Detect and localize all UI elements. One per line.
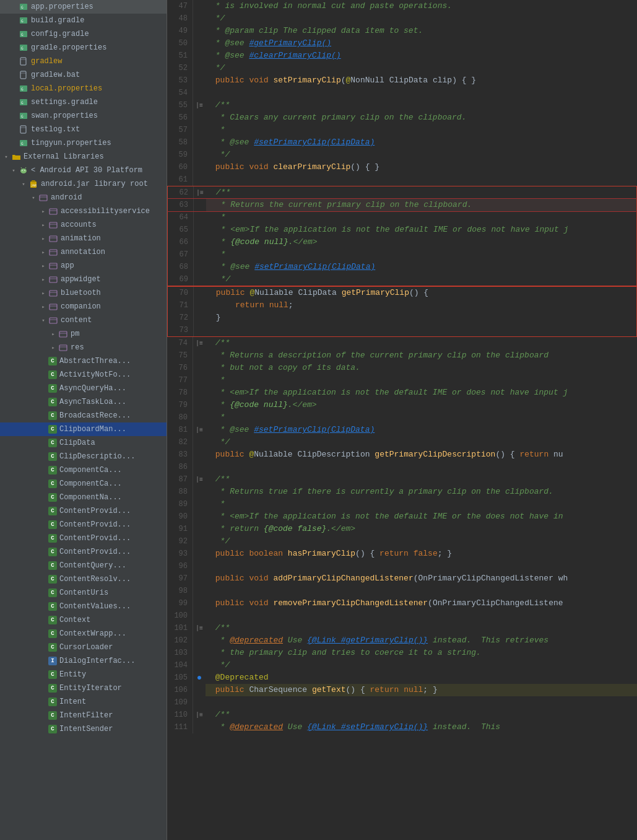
package-icon-app — [48, 261, 58, 271]
line-gutter-68 — [194, 261, 206, 273]
sidebar-item-intent-filter[interactable]: CIntentFilter — [0, 709, 167, 722]
sidebar-item-gradle-properties[interactable]: Ggradle.properties — [0, 41, 167, 55]
line-content-75: * Returns a description of the current p… — [206, 349, 637, 362]
package-icon-appwidget — [48, 274, 58, 284]
sidebar-label-content-provic1: ContentProvid... — [59, 507, 131, 515]
tree-arrow-component-ca1 — [40, 466, 47, 474]
sidebar-item-entity[interactable]: CEntity — [0, 668, 167, 681]
sidebar-item-content-values[interactable]: CContentValues... — [0, 600, 167, 613]
sidebar-item-build-gradle[interactable]: Gbuild.gradle — [0, 14, 167, 27]
class-icon-content-uris: C — [48, 588, 57, 597]
sidebar-item-gradlew[interactable]: gradlew — [0, 55, 167, 68]
sidebar-item-accessibilityservice[interactable]: accessibilityservice — [0, 204, 167, 218]
sidebar-item-clip-description[interactable]: CClipDescriptio... — [0, 450, 167, 463]
sidebar-item-swan-properties[interactable]: Gswan.properties — [0, 109, 167, 123]
line-number-93: 93 — [167, 548, 193, 560]
sidebar-item-cursor-loader[interactable]: CCursorLoader — [0, 641, 167, 654]
sidebar-item-appwidget[interactable]: appwidget — [0, 273, 167, 286]
sidebar-item-abstract-thread[interactable]: CAbstractThrea... — [0, 354, 167, 368]
sidebar-item-res[interactable]: res — [0, 341, 167, 354]
line-content-102: * @deprecated Use {@Link #getPrimaryClip… — [206, 634, 637, 647]
sidebar-label-external-libraries: External Libraries — [24, 152, 104, 161]
svg-point-24 — [24, 170, 25, 171]
sidebar-item-android-jar[interactable]: JARandroid.jar library root — [0, 177, 167, 191]
sidebar-item-android-pkg[interactable]: android — [0, 191, 167, 204]
line-gutter-69 — [194, 273, 206, 286]
sidebar-item-animation[interactable]: animation — [0, 232, 167, 245]
sidebar-item-intent-sender[interactable]: CIntentSender — [0, 722, 167, 736]
line-number-62: 62 — [168, 186, 194, 199]
tree-arrow-broadcast-recv — [40, 412, 47, 419]
line-number-50: 50 — [167, 37, 193, 50]
line-gutter-70 — [194, 287, 206, 299]
line-content-77: * — [206, 374, 637, 387]
line-content-97: public void addPrimaryClipChangedListene… — [206, 572, 637, 585]
code-content[interactable]: 47 * is involved in normal cut and paste… — [167, 0, 637, 840]
tree-arrow-intent — [40, 698, 47, 706]
sidebar-item-external-libraries[interactable]: External Libraries — [0, 150, 167, 164]
tree-arrow-accounts — [40, 221, 47, 229]
sidebar-item-content-provic2[interactable]: CContentProvid... — [0, 518, 167, 532]
code-line-59: 59 */ — [167, 149, 637, 161]
tree-arrow-activity-not-found — [40, 371, 47, 378]
code-line-60: 60 public void clearPrimaryClip() { } — [167, 161, 637, 173]
sidebar-item-component-ca1[interactable]: CComponentCa... — [0, 463, 167, 477]
sidebar-item-intent[interactable]: CIntent — [0, 695, 167, 709]
sidebar-item-testlog-txt[interactable]: testlog.txt — [0, 123, 167, 136]
code-line-100: 100 — [167, 610, 637, 622]
sidebar-item-component-ca2[interactable]: CComponentCa... — [0, 477, 167, 491]
sidebar-item-content[interactable]: content — [0, 313, 167, 327]
line-content-56: * Clears any current primary clip on the… — [206, 112, 637, 124]
sidebar-item-clip-data[interactable]: CClipData — [0, 436, 167, 450]
sidebar-item-android-api[interactable]: < Android API 30 Platform — [0, 164, 167, 177]
line-gutter-57 — [193, 124, 206, 136]
sidebar-item-context[interactable]: CContext — [0, 613, 167, 627]
code-line-98: 98 — [167, 585, 637, 597]
line-gutter-110: |≡ — [193, 709, 206, 721]
line-number-73: 73 — [168, 324, 194, 336]
sidebar-item-async-query[interactable]: CAsyncQueryHa... — [0, 382, 167, 395]
sidebar-label-testlog-txt: testlog.txt — [31, 125, 80, 134]
sidebar-item-content-provic1[interactable]: CContentProvid... — [0, 504, 167, 518]
line-number-89: 89 — [167, 498, 193, 510]
class-icon-activity-not-found: C — [48, 370, 57, 379]
svg-text:G: G — [21, 141, 24, 146]
sidebar-item-component-na[interactable]: CComponentNa... — [0, 491, 167, 504]
sidebar-item-app-properties[interactable]: Gapp.properties — [0, 0, 167, 14]
sidebar-item-local-properties[interactable]: Glocal.properties — [0, 82, 167, 95]
sidebar-item-bluetooth[interactable]: bluetooth — [0, 286, 167, 300]
code-line-106: 106 public CharSequence getText() { retu… — [167, 684, 637, 696]
tree-arrow-cursor-loader — [40, 644, 47, 651]
sidebar-item-gradlew-bat[interactable]: gradlew.bat — [0, 68, 167, 82]
line-number-88: 88 — [167, 486, 193, 498]
svg-text:G: G — [21, 46, 24, 50]
sidebar-item-entity-iterator[interactable]: CEntityIterator — [0, 681, 167, 695]
sidebar-item-annotation[interactable]: annotation — [0, 245, 167, 259]
interface-icon-dialog-interface: I — [48, 657, 57, 665]
sidebar-item-async-task[interactable]: CAsyncTaskLoa... — [0, 395, 167, 409]
sidebar-label-android-jar: android.jar library root — [41, 180, 148, 188]
sidebar-item-app[interactable]: app — [0, 259, 167, 273]
sidebar-item-content-uris[interactable]: CContentUris — [0, 586, 167, 600]
sidebar-item-activity-not-found[interactable]: CActivityNotFo... — [0, 368, 167, 382]
sidebar-item-content-query[interactable]: CContentQuery... — [0, 559, 167, 572]
line-number-105: 105 — [167, 672, 193, 684]
sidebar-item-dialog-interface[interactable]: IDialogInterfac... — [0, 654, 167, 668]
sidebar-item-config-gradle[interactable]: Gconfig.gradle — [0, 27, 167, 41]
sidebar-item-content-provic4[interactable]: CContentProvid... — [0, 545, 167, 559]
sidebar-item-content-resolv[interactable]: CContentResolv... — [0, 572, 167, 586]
sidebar-item-broadcast-recv[interactable]: CBroadcastRece... — [0, 409, 167, 422]
sidebar-item-pm[interactable]: pm — [0, 327, 167, 341]
line-gutter-56 — [193, 112, 206, 124]
sidebar-item-clipboard-man[interactable]: CClipboardMan... — [0, 422, 167, 436]
sidebar-item-settings-gradle[interactable]: Gsettings.gradle — [0, 95, 167, 109]
code-line-80: 80 * — [167, 411, 637, 424]
sidebar-item-accounts[interactable]: accounts — [0, 218, 167, 232]
sidebar-item-companion[interactable]: companion — [0, 300, 167, 313]
sidebar-label-activity-not-found: ActivityNotFo... — [59, 370, 131, 379]
tree-arrow-component-na — [40, 494, 47, 501]
sidebar-item-tingyun-properties[interactable]: Gtingyun.properties — [0, 136, 167, 150]
sidebar-item-content-provic3[interactable]: CContentProvid... — [0, 532, 167, 545]
sidebar-item-context-wrapp[interactable]: CContextWrapp... — [0, 627, 167, 641]
tree-arrow-swan-properties — [10, 112, 17, 120]
